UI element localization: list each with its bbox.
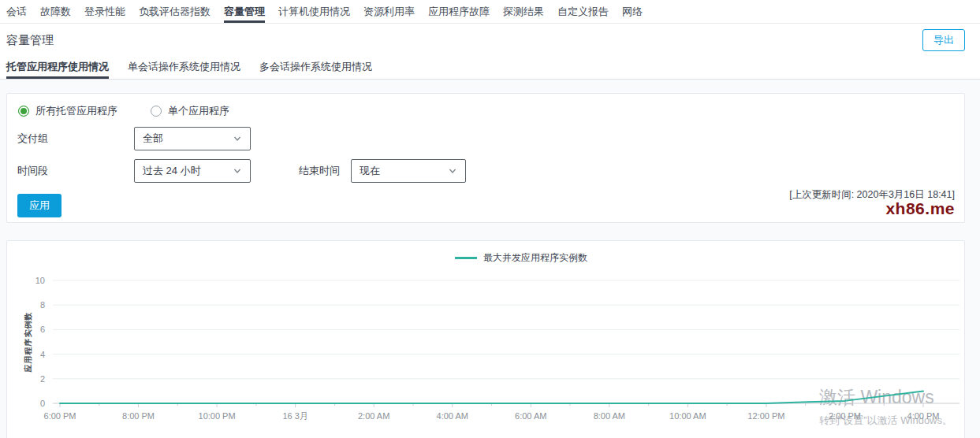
delivery-group-select[interactable]: 全部 — [134, 127, 251, 150]
nav-item[interactable]: 故障数 — [40, 0, 71, 23]
top-nav: 会话故障数登录性能负载评估器指数容量管理计算机使用情况资源利用率应用程序故障探测… — [0, 0, 980, 24]
end-time-select[interactable]: 现在 — [351, 159, 466, 183]
x-tick-label: 2:00 AM — [358, 411, 389, 421]
nav-item[interactable]: 自定义报告 — [557, 0, 609, 23]
y-tick-label: 8 — [40, 300, 45, 310]
x-tick-label: 8:00 PM — [122, 411, 155, 421]
y-axis-title: 应用程序实例数 — [24, 312, 32, 373]
end-time-value: 现在 — [360, 164, 380, 178]
max-concurrent-app-instances-chart: 0246810应用程序实例数6:00 PM8:00 PM10:00 PM16 3… — [7, 263, 964, 438]
title-bar: 容量管理 导出 — [0, 24, 980, 57]
x-tick-label: 4:00 AM — [437, 411, 468, 421]
radio-all-label: 所有托管应用程序 — [35, 104, 117, 118]
y-tick-label: 4 — [40, 350, 45, 359]
x-tick-label: 6:00 AM — [515, 411, 546, 421]
end-time-label: 结束时间 — [299, 164, 340, 178]
tab[interactable]: 单会话操作系统使用情况 — [128, 57, 240, 79]
y-tick-label: 10 — [35, 276, 45, 285]
nav-item[interactable]: 容量管理 — [224, 0, 265, 23]
radio-single-app[interactable]: 单个应用程序 — [151, 104, 229, 118]
x-tick-label: 16 3月 — [282, 411, 307, 421]
time-period-label: 时间段 — [17, 164, 134, 178]
filter-card: 所有托管应用程序 单个应用程序 交付组 全部 时间段 过去 24 小时 结束时间… — [6, 93, 965, 223]
nav-item[interactable]: 负载评估器指数 — [139, 0, 211, 23]
chevron-down-icon — [447, 165, 458, 176]
radio-all-hosted-apps[interactable]: 所有托管应用程序 — [18, 104, 117, 118]
x-tick-label: 10:00 PM — [199, 411, 236, 421]
y-tick-label: 6 — [40, 325, 45, 334]
x-tick-label: 10:00 AM — [669, 411, 706, 421]
nav-item[interactable]: 会话 — [6, 0, 27, 23]
x-tick-label: 6:00 PM — [44, 411, 76, 421]
delivery-group-label: 交付组 — [17, 132, 134, 146]
site-watermark: xh86.me — [885, 199, 955, 218]
delivery-group-value: 全部 — [143, 132, 163, 146]
tab[interactable]: 托管应用程序使用情况 — [6, 57, 109, 79]
legend-line-swatch — [455, 257, 477, 259]
radio-selected-icon — [18, 106, 29, 117]
time-period-row: 时间段 过去 24 小时 结束时间 现在 — [17, 159, 964, 183]
chart-legend: 最大并发应用程序实例数 — [43, 241, 965, 265]
export-button[interactable]: 导出 — [922, 29, 965, 51]
app-scope-radio-group: 所有托管应用程序 单个应用程序 — [7, 94, 964, 118]
x-tick-label: 2:00 PM — [829, 411, 861, 421]
nav-item[interactable]: 登录性能 — [84, 0, 125, 23]
max-concurrent-instances-line — [60, 391, 923, 403]
delivery-group-row: 交付组 全部 — [17, 127, 964, 150]
x-tick-label: 8:00 AM — [594, 411, 625, 421]
apply-button[interactable]: 应用 — [17, 194, 61, 217]
y-tick-label: 0 — [40, 399, 45, 408]
tabs-bar: 托管应用程序使用情况单会话操作系统使用情况多会话操作系统使用情况 — [0, 57, 980, 80]
y-tick-label: 2 — [40, 374, 45, 384]
radio-single-label: 单个应用程序 — [168, 104, 229, 118]
x-tick-label: 4:00 PM — [907, 411, 940, 421]
nav-item[interactable]: 应用程序故障 — [428, 0, 490, 23]
chevron-down-icon — [232, 133, 243, 144]
chart-card: 最大并发应用程序实例数 激活 Windows 转到“设置”以激活 Windows… — [6, 240, 965, 438]
tab[interactable]: 多会话操作系统使用情况 — [259, 57, 372, 79]
nav-item[interactable]: 网络 — [622, 0, 643, 23]
time-period-value: 过去 24 小时 — [143, 164, 201, 178]
chevron-down-icon — [232, 165, 243, 176]
nav-item[interactable]: 计算机使用情况 — [278, 0, 350, 23]
nav-item[interactable]: 探测结果 — [503, 0, 544, 23]
time-period-select[interactable]: 过去 24 小时 — [134, 159, 251, 183]
nav-item[interactable]: 资源利用率 — [363, 0, 415, 23]
content-area: 所有托管应用程序 单个应用程序 交付组 全部 时间段 过去 24 小时 结束时间… — [0, 80, 980, 438]
radio-unselected-icon — [151, 106, 162, 117]
page-title: 容量管理 — [6, 33, 922, 48]
x-tick-label: 12:00 PM — [747, 411, 784, 421]
